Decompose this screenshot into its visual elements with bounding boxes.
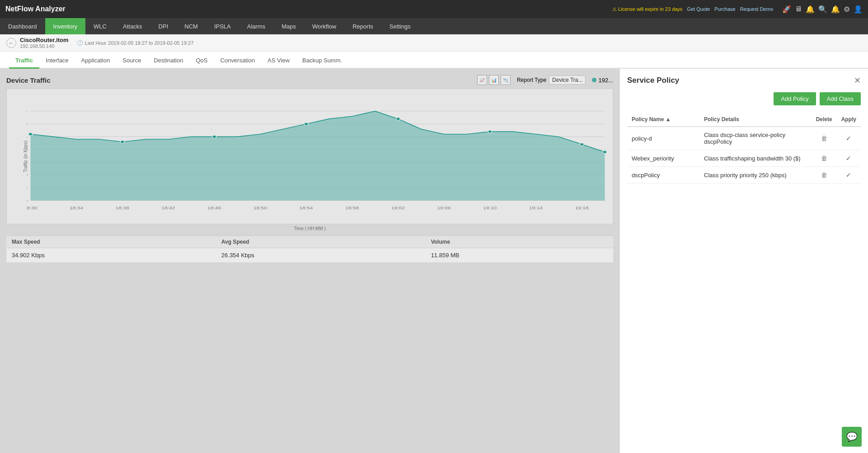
delete-icon[interactable]: 🗑	[821, 135, 827, 142]
back-button[interactable]: ←	[6, 38, 16, 48]
nav-item-dpi[interactable]: DPI	[150, 18, 177, 34]
apply-icon[interactable]: ✓	[846, 135, 851, 142]
tabs-bar: TrafficInterfaceApplicationSourceDestina…	[0, 52, 868, 69]
nav-item-inventory[interactable]: Inventory	[45, 18, 85, 34]
x-axis-label: Time ( HH:MM )	[6, 226, 613, 231]
svg-text:19:14: 19:14	[529, 206, 543, 210]
stat-col-avg-speed: Avg Speed	[216, 236, 426, 248]
close-button[interactable]: ✕	[854, 76, 861, 85]
license-info: ⚠ License will expire in 23 days	[612, 6, 683, 12]
policy-delete-cell: 🗑	[812, 167, 837, 184]
clock-icon: 🕐	[77, 40, 83, 46]
stat-row: 34.902 Kbps26.354 Kbps11.859 MB	[6, 248, 613, 263]
apply-icon[interactable]: ✓	[846, 155, 851, 162]
svg-text:18:58: 18:58	[345, 206, 359, 210]
legend-label: 192...	[598, 77, 613, 84]
bell-icon[interactable]: 🔔	[806, 5, 815, 14]
tab-conversation[interactable]: Conversation	[214, 53, 261, 69]
area-chart-btn[interactable]: 📉	[501, 75, 511, 85]
chart-header: Device Traffic 📈 📊 📉 Report Type Device …	[6, 75, 613, 85]
device-name: CiscoRouter.itom	[20, 37, 69, 43]
tab-source[interactable]: Source	[116, 53, 147, 69]
top-right: ⚠ License will expire in 23 days Get Quo…	[612, 5, 863, 14]
user-icon[interactable]: 👤	[854, 5, 863, 14]
chart-type-buttons: 📈 📊 📉	[477, 75, 511, 85]
svg-text:0: 0	[27, 198, 28, 203]
policy-details-cell: Class dscp-class service-policy dscpPoli…	[699, 127, 812, 150]
nav-item-ipsla[interactable]: IPSLA	[206, 18, 239, 34]
nav-item-reports[interactable]: Reports	[344, 18, 381, 34]
svg-text:18:42: 18:42	[162, 206, 175, 210]
purchase-link[interactable]: Purchase	[714, 6, 735, 12]
service-policy-panel: Service Policy ✕ Add Policy Add Class Po…	[619, 69, 868, 453]
legend-dot	[592, 78, 596, 82]
delete-icon[interactable]: 🗑	[821, 155, 827, 162]
delete-icon[interactable]: 🗑	[821, 171, 827, 179]
panel-actions: Add Policy Add Class	[627, 92, 861, 105]
svg-point-21	[488, 130, 492, 133]
tab-qos[interactable]: QoS	[189, 53, 214, 69]
nav-item-ncm[interactable]: NCM	[176, 18, 206, 34]
apply-icon[interactable]: ✓	[846, 171, 851, 179]
top-icons: 🚀 🖥 🔔 🔍 🔔 ⚙ 👤	[782, 5, 863, 14]
nav-item-attacks[interactable]: Attacks	[115, 18, 150, 34]
svg-text:19:02: 19:02	[391, 206, 405, 210]
policy-apply-cell: ✓	[837, 150, 861, 167]
panel-title: Service Policy	[627, 76, 679, 85]
rocket-icon[interactable]: 🚀	[782, 5, 791, 14]
svg-text:18:30: 18:30	[27, 206, 38, 210]
svg-point-22	[580, 143, 584, 146]
svg-text:18:38: 18:38	[116, 206, 129, 210]
nav-item-alarms[interactable]: Alarms	[239, 18, 273, 34]
nav-bar: DashboardInventoryWLCAttacksDPINCMIPSLAA…	[0, 18, 868, 34]
svg-text:18:46: 18:46	[207, 206, 221, 210]
svg-text:10: 10	[27, 172, 28, 177]
report-type: Report Type Device Tra...	[517, 76, 586, 85]
time-label: Last Hour	[85, 40, 107, 46]
svg-text:25: 25	[27, 134, 28, 139]
policy-apply-cell: ✓	[837, 127, 861, 150]
add-class-button[interactable]: Add Class	[820, 92, 861, 105]
monitor-icon[interactable]: 🖥	[795, 5, 802, 13]
tab-application[interactable]: Application	[75, 53, 117, 69]
line-chart-btn[interactable]: 📈	[477, 75, 487, 85]
policy-delete-cell: 🗑	[812, 127, 837, 150]
request-demo-link[interactable]: Request Demo	[740, 6, 773, 12]
nav-item-settings[interactable]: Settings	[381, 18, 419, 34]
chat-button[interactable]: 💬	[842, 427, 862, 447]
y-axis-label: Traffic (in Kbps)	[23, 141, 28, 172]
policy-name-cell: dscpPolicy	[627, 167, 699, 184]
device-ip: 192.168.50.140	[20, 43, 69, 49]
nav-item-workflow[interactable]: Workflow	[304, 18, 344, 34]
chart-title: Device Traffic	[6, 76, 51, 84]
svg-point-23	[603, 151, 607, 153]
svg-text:18:50: 18:50	[253, 206, 267, 210]
tab-traffic[interactable]: Traffic	[9, 53, 39, 69]
alert-icon[interactable]: 🔔	[831, 5, 840, 14]
stat-col-max-speed: Max Speed	[6, 236, 216, 248]
tab-destination[interactable]: Destination	[147, 53, 189, 69]
policy-row: dscpPolicyClass priority priority 250 (k…	[627, 167, 861, 184]
nav-item-maps[interactable]: Maps	[273, 18, 304, 34]
search-icon[interactable]: 🔍	[818, 5, 827, 14]
add-policy-button[interactable]: Add Policy	[774, 92, 816, 105]
nav-item-dashboard[interactable]: Dashboard	[0, 18, 45, 34]
settings-icon[interactable]: ⚙	[844, 5, 850, 14]
device-info: CiscoRouter.itom 192.168.50.140	[20, 37, 69, 49]
time-range: 2019-02-05 18:27 to 2019-02-05 19:27	[108, 40, 193, 46]
report-type-value[interactable]: Device Tra...	[549, 76, 586, 85]
nav-item-wlc[interactable]: WLC	[85, 18, 115, 34]
policy-row: Webex_periorityClass trafficshaping band…	[627, 150, 861, 167]
bar-chart-btn[interactable]: 📊	[489, 75, 499, 85]
policy-name-cell: policy-d	[627, 127, 699, 150]
svg-text:5: 5	[27, 185, 28, 190]
panel-header: Service Policy ✕	[627, 76, 861, 85]
tab-interface[interactable]: Interface	[39, 53, 75, 69]
tab-backup-summ.[interactable]: Backup Summ.	[296, 53, 348, 69]
get-quote-link[interactable]: Get Quote	[687, 6, 710, 12]
col-header-apply: Apply	[837, 113, 861, 127]
stat-cell: 11.859 MB	[426, 248, 613, 263]
stat-cell: 26.354 Kbps	[216, 248, 426, 263]
svg-point-20	[396, 118, 400, 120]
tab-as-view[interactable]: AS View	[261, 53, 296, 69]
